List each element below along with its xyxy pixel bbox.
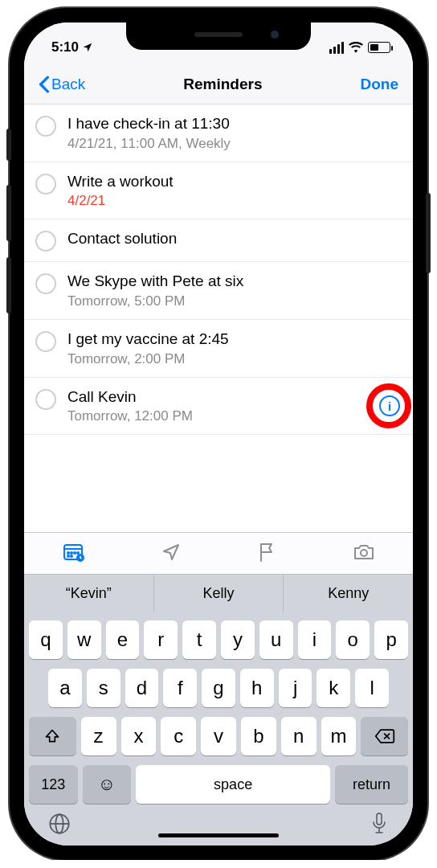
suggestion-1[interactable]: “Kevin” — [24, 575, 153, 612]
reminder-row[interactable]: Write a workout4/2/21 — [24, 162, 413, 220]
reminder-row[interactable]: We Skype with Pete at sixTomorrow, 5:00 … — [24, 262, 413, 320]
reminder-row[interactable]: Contact solution — [24, 219, 413, 262]
svg-point-3 — [71, 552, 72, 554]
key-b[interactable]: b — [241, 717, 276, 755]
key-n[interactable]: n — [281, 717, 317, 755]
calendar-icon[interactable] — [63, 542, 85, 566]
mic-icon[interactable] — [370, 812, 389, 839]
page-title: Reminders — [183, 76, 262, 93]
key-o[interactable]: o — [336, 620, 370, 659]
key-l[interactable]: l — [355, 669, 389, 707]
reminder-title: Contact solution — [67, 229, 363, 249]
svg-point-2 — [67, 552, 69, 554]
info-button[interactable]: i — [379, 395, 400, 416]
svg-point-4 — [74, 552, 76, 554]
suggestion-3[interactable]: Kenny — [283, 575, 413, 612]
return-key[interactable]: return — [335, 765, 408, 804]
complete-circle[interactable] — [35, 174, 56, 194]
flag-icon[interactable] — [257, 542, 276, 566]
key-a[interactable]: a — [48, 669, 82, 707]
done-button[interactable]: Done — [360, 76, 398, 93]
home-indicator[interactable] — [158, 833, 279, 837]
suggestion-2[interactable]: Kelly — [153, 575, 284, 612]
key-q[interactable]: q — [29, 620, 63, 659]
reminder-title: I have check-in at 11:30 — [67, 114, 363, 134]
key-p[interactable]: p — [374, 620, 408, 659]
complete-circle[interactable] — [35, 389, 56, 410]
backspace-key[interactable] — [361, 717, 408, 755]
svg-point-9 — [361, 550, 367, 556]
reminder-subtitle: 4/2/21 — [67, 193, 363, 209]
complete-circle[interactable] — [35, 231, 56, 252]
reminder-title: Write a workout — [67, 172, 363, 192]
key-v[interactable]: v — [201, 717, 236, 755]
key-k[interactable]: k — [317, 669, 350, 707]
svg-point-6 — [67, 555, 69, 557]
reminder-subtitle: 4/21/21, 11:00 AM, Weekly — [67, 136, 363, 152]
reminder-subtitle: Tomorrow, 2:00 PM — [67, 351, 363, 367]
key-e[interactable]: e — [106, 620, 140, 659]
emoji-key[interactable]: ☺ — [83, 765, 132, 804]
globe-icon[interactable] — [48, 813, 71, 838]
edit-toolbar — [24, 532, 413, 574]
complete-circle[interactable] — [35, 116, 56, 137]
key-r[interactable]: r — [144, 620, 178, 659]
key-u[interactable]: u — [259, 620, 293, 659]
keyboard-suggestions: “Kevin” Kelly Kenny — [24, 574, 413, 612]
chevron-left-icon — [39, 76, 50, 93]
location-icon[interactable] — [161, 542, 181, 565]
svg-rect-15 — [377, 813, 382, 825]
key-y[interactable]: y — [221, 620, 255, 659]
location-icon — [82, 42, 93, 53]
svg-point-7 — [71, 555, 72, 557]
key-w[interactable]: w — [67, 620, 101, 659]
key-s[interactable]: s — [87, 669, 120, 707]
camera-icon[interactable] — [353, 542, 375, 565]
nav-bar: Back Reminders Done — [24, 64, 413, 104]
key-x[interactable]: x — [121, 717, 157, 755]
key-c[interactable]: c — [161, 717, 196, 755]
reminder-title: I get my vaccine at 2:45 — [67, 330, 363, 350]
reminder-subtitle: Tomorrow, 12:00 PM — [67, 408, 363, 424]
reminder-row[interactable]: I have check-in at 11:304/21/21, 11:00 A… — [24, 104, 413, 162]
reminders-list: I have check-in at 11:304/21/21, 11:00 A… — [24, 104, 413, 532]
complete-circle[interactable] — [35, 273, 56, 294]
key-g[interactable]: g — [202, 669, 235, 707]
key-t[interactable]: t — [182, 620, 216, 659]
keyboard: qwertyuiop asdfghjkl zxcvbnm 123 ☺ space… — [24, 612, 413, 845]
reminder-row[interactable]: Call KevinTomorrow, 12:00 PMi — [24, 378, 413, 436]
space-key[interactable]: space — [136, 765, 330, 804]
back-label: Back — [51, 76, 85, 93]
key-f[interactable]: f — [163, 669, 197, 707]
reminder-title: Call Kevin — [67, 387, 363, 407]
wifi-icon — [349, 42, 363, 53]
key-z[interactable]: z — [81, 717, 116, 755]
battery-icon — [368, 42, 390, 53]
numbers-key[interactable]: 123 — [29, 765, 78, 804]
complete-circle[interactable] — [35, 331, 56, 352]
key-h[interactable]: h — [240, 669, 274, 707]
key-m[interactable]: m — [321, 717, 357, 755]
reminder-title: We Skype with Pete at six — [67, 272, 363, 292]
reminder-row[interactable]: I get my vaccine at 2:45Tomorrow, 2:00 P… — [24, 320, 413, 378]
svg-point-5 — [77, 552, 79, 554]
cellular-signal-icon — [329, 42, 344, 54]
status-time: 5:10 — [51, 39, 79, 55]
key-d[interactable]: d — [125, 669, 159, 707]
reminder-subtitle: Tomorrow, 5:00 PM — [67, 293, 363, 309]
shift-key[interactable] — [29, 717, 76, 755]
key-i[interactable]: i — [298, 620, 332, 659]
back-button[interactable]: Back — [39, 76, 85, 93]
key-j[interactable]: j — [279, 669, 312, 707]
